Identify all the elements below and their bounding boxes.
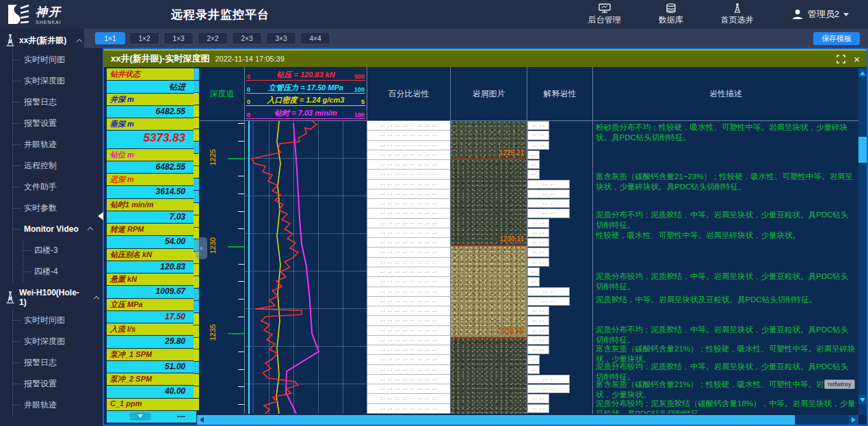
scroll-right-button[interactable]	[849, 415, 858, 425]
sidebar-item-monitor-video[interactable]: Monitor Video	[13, 219, 103, 240]
scroll-up-button[interactable]	[858, 68, 867, 77]
arrow-up-icon	[860, 71, 865, 75]
percent-lithology-row: -· -· -· -· ·· -· -· -·	[367, 345, 450, 355]
horizontal-scrollbar-track[interactable]	[795, 415, 849, 425]
percent-lithology-row: -· -· -· -· ·· -· -· -·	[367, 248, 450, 257]
param-label-10: 入流 l/s	[107, 323, 196, 335]
horizontal-scrollbar-thumb[interactable]	[207, 415, 795, 425]
menu-database[interactable]: 数据库	[659, 3, 683, 26]
sidebar-item-实时时间图[interactable]: 实时时间图	[13, 49, 103, 70]
interp-lithology-cell: -· -·	[527, 316, 549, 325]
sample-depth-label: 1235.16	[499, 328, 524, 335]
percent-lithology-row: -· -· -· -· ·· -· -· -·	[367, 199, 450, 209]
lithology-description-text: 粉砂质分布不均；性较硬，吸水性、可塑性中等。岩屑呈块状，少量碎块状。具PDC钻头…	[596, 122, 856, 143]
scroll-down-button[interactable]	[858, 395, 867, 404]
well-root-2[interactable]: Wei-H100(Hole-1)	[0, 282, 103, 310]
panel-body: 钻井状态钻进井深 m6482.55垂深 m5373.83钻位 m6482.55迟…	[104, 67, 867, 425]
interp-row: -· -·	[527, 160, 592, 170]
layout-button-1x3[interactable]: 1×3	[163, 32, 194, 44]
depth-minor-tick	[238, 386, 244, 387]
sidebar-item-报警设置[interactable]: 报警设置	[13, 373, 103, 395]
sidebar-item-文件助手[interactable]: 文件助手	[13, 176, 103, 198]
interp-row: -· -·	[527, 121, 592, 131]
interp-row: -· -·	[527, 326, 592, 336]
strip-segment	[194, 349, 199, 361]
param-value-2: 5373.83	[107, 131, 196, 148]
param-label-4: 迟深 m	[107, 174, 196, 185]
save-template-button[interactable]: 保存模板	[813, 32, 860, 45]
menu-home-well-select[interactable]: 首页选井	[721, 3, 754, 26]
sidebar-collapse-arrow-icon[interactable]	[98, 212, 103, 220]
depth-tick-label: 1225	[209, 146, 217, 169]
interp-row: -· -·	[527, 141, 592, 150]
curve-plot-area[interactable]	[245, 121, 367, 414]
menu-label: 首页选井	[721, 14, 754, 26]
parameter-panel-collapse-handle[interactable]: ‹	[196, 237, 207, 259]
percent-lithology-row: -· -· -· -· ·· -· -· -·	[367, 277, 450, 287]
chevron-up-icon	[94, 295, 99, 301]
well-name: xx井(新井眼)	[19, 35, 66, 46]
param-dropdown-button[interactable]	[130, 412, 150, 421]
sidebar-item-井眼轨迹[interactable]: 井眼轨迹	[13, 134, 103, 155]
sidebar-item-报警日志[interactable]: 报警日志	[13, 352, 103, 373]
sidebar-item-报警日志[interactable]: 报警日志	[13, 92, 103, 113]
depth-minor-tick	[238, 404, 244, 405]
chevron-down-icon	[137, 414, 143, 418]
interp-row: -· -·	[527, 238, 592, 248]
sidebar-item-实时参数[interactable]: 实时参数	[13, 198, 103, 219]
strip-segment	[194, 362, 199, 373]
strip-segment	[194, 203, 199, 215]
sidebar-item-四楼-3[interactable]: 四楼-3	[23, 240, 103, 261]
layout-button-1x1[interactable]: 1×1	[95, 32, 125, 44]
layout-button-2x2[interactable]: 2×2	[198, 32, 228, 44]
interp-row: -· -·	[527, 306, 592, 316]
depth-minor-tick	[238, 299, 244, 299]
interp-lithology-cell: -· -·	[527, 394, 549, 403]
depth-tick-label: 1235	[209, 321, 217, 344]
brand-text: 神开 SHENKAI	[36, 4, 62, 25]
brand-logo: 神开 SHENKAI	[0, 4, 171, 25]
legend-max: 500	[354, 73, 365, 80]
vertical-scrollbar-thumb[interactable]	[858, 137, 867, 163]
well-tree-sidebar: xx井(新井眼)实时时间图实时深度图报警日志报警设置井眼轨迹远程控制文件助手实时…	[0, 29, 103, 426]
layout-button-1x2[interactable]: 1×2	[129, 32, 159, 44]
sidebar-item-实时深度图[interactable]: 实时深度图	[13, 70, 103, 92]
scroll-left-button[interactable]	[197, 415, 207, 425]
gravel-texture-tan	[451, 246, 527, 337]
strip-segment	[194, 215, 199, 227]
param-label-1: 井深 m	[107, 94, 196, 105]
lithology-description-text: 泥质分布较均；泥质胶结，中等。岩屑呈块状，少量豆粒状。具PDC钻头切削特征。	[596, 271, 856, 292]
percent-lithology-row: -· -· -· -· ·· -· -· -·	[367, 365, 450, 375]
brand-subname: SHENKAI	[36, 20, 62, 25]
curve-polyline	[286, 123, 319, 414]
param-value-0: 钻进	[107, 81, 196, 92]
sidebar-item-四楼-4[interactable]: 四楼-4	[23, 261, 103, 282]
close-icon[interactable]: ×	[854, 55, 860, 64]
horizontal-scrollbar[interactable]	[197, 415, 858, 425]
sidebar-item-实时时间图[interactable]: 实时时间图	[13, 310, 103, 331]
sidebar-item-实时深度图[interactable]: 实时深度图	[13, 331, 103, 352]
strip-segment	[194, 68, 199, 80]
fullscreen-icon[interactable]	[837, 55, 845, 64]
sidebar-item-报警设置[interactable]: 报警设置	[13, 113, 103, 134]
lithology-description-text: 富含灰质（碳酸钙含量21~23%）；性较硬，吸水性、可塑性中等。岩屑呈块状，少量…	[596, 172, 856, 192]
param-value-6: 54.00	[107, 236, 196, 248]
lithology-description-text: 富含灰质（碳酸钙含量21%）；性较硬，吸水性、可塑性中等。岩屑呈碎块状，少量块状…	[596, 380, 856, 400]
sidebar-item-井眼轨迹[interactable]: 井眼轨迹	[13, 395, 103, 416]
menu-backend-admin[interactable]: 后台管理	[588, 3, 621, 26]
strip-segment	[194, 325, 199, 337]
well-children: 实时时间图实时深度图报警日志报警设置井眼轨迹远程控制文件助手实时参数Monito…	[12, 49, 103, 282]
user-menu[interactable]: 管理员2	[791, 8, 849, 21]
layout-button-2x3[interactable]: 2×3	[232, 32, 262, 44]
interp-row: -· -·	[527, 316, 592, 325]
interp-lithology-cell: -· -·	[527, 326, 549, 335]
param-label-0: 钻井状态	[107, 68, 196, 80]
legend-name-value: 钻时 = 7.03 min/m	[246, 108, 365, 118]
layout-button-3x3[interactable]: 3×3	[266, 32, 296, 44]
sidebar-item-远程控制[interactable]: 远程控制	[13, 155, 103, 176]
percent-lithology-row: -· -· -· -· ·· -· -· -·	[367, 219, 450, 228]
vertical-scrollbar[interactable]	[858, 68, 867, 415]
interp-row: -· -·	[527, 297, 592, 306]
percent-lithology-row: -· -· -· -· ·· -· -· -·	[367, 394, 450, 403]
layout-button-4x4[interactable]: 4×4	[300, 32, 330, 44]
